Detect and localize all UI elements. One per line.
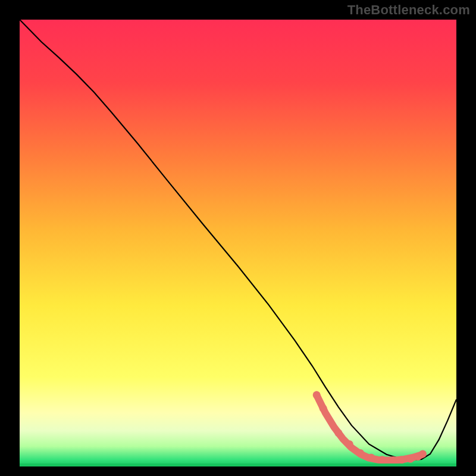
valley-dot (356, 449, 364, 457)
chart-stage: TheBottleneck.com (0, 0, 476, 476)
bottom-green-strip (20, 464, 456, 466)
valley-dot (389, 456, 397, 464)
valley-dot (406, 455, 414, 463)
valley-dot (378, 456, 386, 464)
valley-dot (313, 391, 321, 399)
valley-dot (398, 456, 406, 464)
valley-dot (346, 440, 353, 448)
valley-dot (320, 405, 327, 412)
chart-svg (0, 0, 476, 476)
valley-dot (334, 429, 342, 437)
valley-dot (419, 450, 427, 458)
valley-dot (367, 453, 375, 461)
gradient-background (20, 20, 456, 466)
